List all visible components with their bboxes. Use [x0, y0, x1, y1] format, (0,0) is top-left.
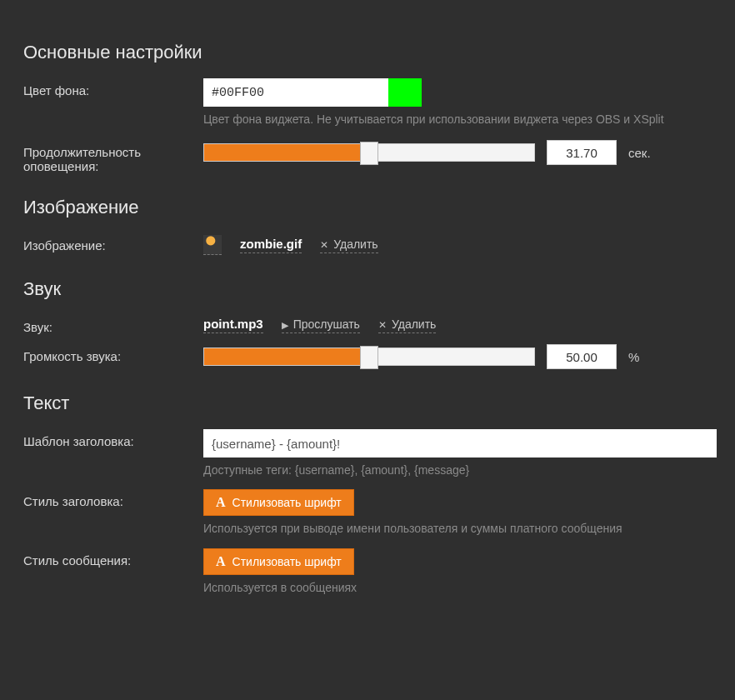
message-style-button-label: Стилизовать шрифт — [232, 555, 342, 568]
message-style-row: Стиль сообщения: A Стилизовать шрифт Исп… — [23, 548, 712, 595]
duration-value-input[interactable] — [547, 140, 617, 165]
section-basic-title: Основные настройки — [23, 42, 712, 63]
duration-slider-thumb[interactable] — [360, 142, 378, 165]
duration-slider[interactable] — [203, 143, 535, 162]
image-thumbnail-icon — [203, 235, 222, 255]
image-row: Изображение: zombie.gif Удалить — [23, 233, 712, 255]
image-label: Изображение: — [23, 233, 203, 252]
section-text-title: Текст — [23, 392, 712, 414]
message-style-hint: Используется в сообщениях — [203, 580, 712, 595]
section-image-title: Изображение — [23, 197, 712, 218]
bgcolor-row: Цвет фона: Цвет фона виджета. Не учитыва… — [23, 78, 712, 127]
volume-slider-thumb[interactable] — [360, 346, 378, 369]
header-style-label: Стиль заголовка: — [23, 489, 203, 508]
sound-row: Звук: point.mp3 Прослушать Удалить — [23, 315, 712, 334]
message-style-button[interactable]: A Стилизовать шрифт — [203, 548, 354, 575]
section-sound-title: Звук — [23, 278, 712, 300]
sound-preview-label: Прослушать — [293, 318, 360, 331]
close-icon — [320, 238, 328, 251]
header-template-hint: Доступные теги: {username}, {amount}, {m… — [203, 462, 712, 478]
sound-filename[interactable]: point.mp3 — [203, 317, 263, 333]
duration-row: Продолжительность оповещения: сек. — [23, 140, 712, 173]
header-style-hint: Используется при выводе имени пользовате… — [203, 521, 712, 536]
play-icon — [282, 318, 288, 331]
header-style-button[interactable]: A Стилизовать шрифт — [203, 489, 354, 516]
bgcolor-label: Цвет фона: — [23, 78, 203, 98]
volume-slider[interactable] — [203, 348, 535, 366]
image-filename[interactable]: zombie.gif — [240, 237, 302, 253]
close-icon — [378, 318, 387, 331]
bgcolor-input[interactable] — [203, 78, 388, 107]
image-delete-label: Удалить — [333, 238, 378, 251]
header-style-button-label: Стилизовать шрифт — [232, 496, 342, 509]
font-icon: A — [216, 495, 226, 510]
font-icon: A — [216, 554, 226, 569]
bgcolor-swatch[interactable] — [388, 78, 422, 107]
bgcolor-input-wrap — [203, 78, 422, 107]
bgcolor-hint: Цвет фона виджета. Не учитывается при ис… — [203, 112, 712, 127]
header-template-row: Шаблон заголовка: Доступные теги: {usern… — [23, 429, 712, 478]
sound-delete-label: Удалить — [392, 318, 436, 331]
duration-unit: сек. — [628, 146, 651, 160]
volume-value-input[interactable] — [547, 344, 617, 369]
header-template-input[interactable] — [203, 429, 717, 458]
volume-row: Громкость звука: % — [23, 344, 712, 369]
header-template-label: Шаблон заголовка: — [23, 429, 203, 448]
header-style-row: Стиль заголовка: A Стилизовать шрифт Исп… — [23, 489, 712, 536]
duration-label: Продолжительность оповещения: — [23, 140, 203, 173]
sound-delete-button[interactable]: Удалить — [378, 318, 436, 333]
image-delete-button[interactable]: Удалить — [320, 238, 378, 253]
sound-label: Звук: — [23, 315, 203, 334]
sound-preview-button[interactable]: Прослушать — [282, 318, 360, 333]
volume-unit: % — [628, 350, 639, 364]
volume-label: Громкость звука: — [23, 344, 203, 363]
message-style-label: Стиль сообщения: — [23, 548, 203, 568]
